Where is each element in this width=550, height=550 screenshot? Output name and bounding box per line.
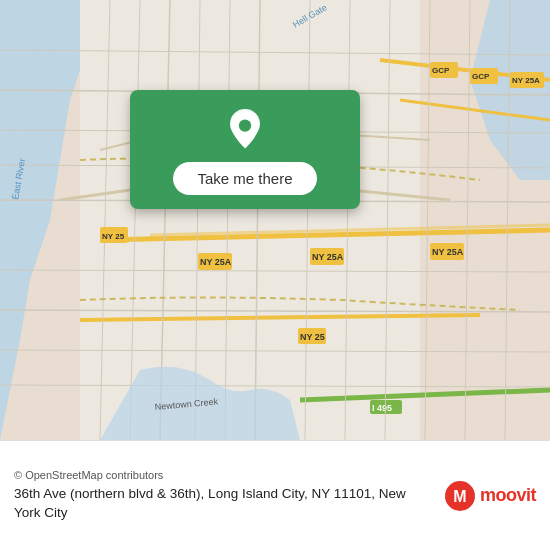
address-line: 36th Ave (northern blvd & 36th), Long Is…	[14, 485, 432, 523]
svg-text:NY 25A: NY 25A	[312, 252, 344, 262]
moovit-brand-text: moovit	[480, 485, 536, 506]
svg-text:GCP: GCP	[472, 72, 490, 81]
svg-text:NY 25A: NY 25A	[512, 76, 540, 85]
action-card: Take me there	[130, 90, 360, 209]
svg-text:NY 25: NY 25	[102, 232, 125, 241]
svg-text:NY 25: NY 25	[300, 332, 325, 342]
info-bar: © OpenStreetMap contributors 36th Ave (n…	[0, 440, 550, 550]
moovit-icon: M	[444, 480, 476, 512]
map-container: I 495 I 495 NY 25	[0, 0, 550, 440]
svg-text:GCP: GCP	[432, 66, 450, 75]
take-me-there-button[interactable]: Take me there	[173, 162, 316, 195]
map-background: I 495 I 495 NY 25	[0, 0, 550, 440]
address-block: © OpenStreetMap contributors 36th Ave (n…	[14, 469, 432, 523]
copyright-line: © OpenStreetMap contributors	[14, 469, 432, 481]
copyright-text: © OpenStreetMap contributors	[14, 469, 163, 481]
svg-point-46	[239, 119, 251, 131]
svg-text:NY 25A: NY 25A	[200, 257, 232, 267]
svg-text:I 495: I 495	[372, 403, 392, 413]
moovit-logo: M moovit	[444, 480, 536, 512]
location-pin-icon	[223, 108, 267, 152]
svg-text:M: M	[453, 488, 466, 505]
svg-text:NY 25A: NY 25A	[432, 247, 464, 257]
